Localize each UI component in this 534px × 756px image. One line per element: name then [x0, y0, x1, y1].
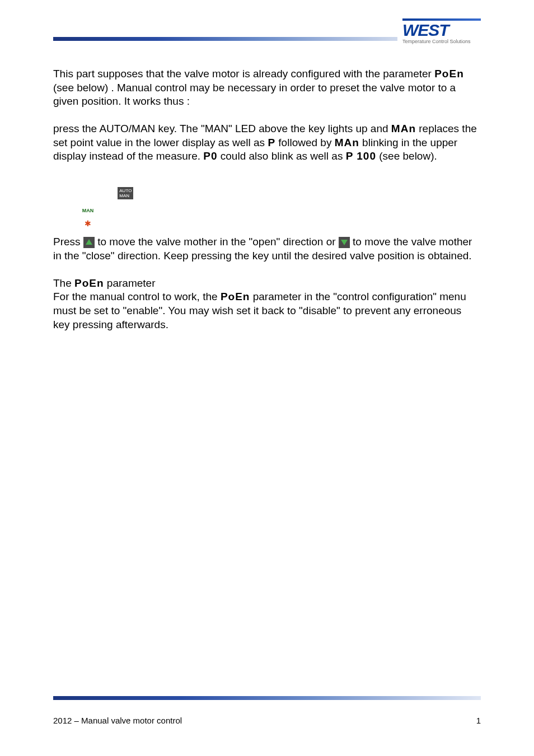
up-arrow-key-icon: [83, 237, 95, 248]
step-1: press the AUTO/MAN key. The "MAN" LED ab…: [53, 122, 481, 164]
auto-man-key-icon: AUTO MAN: [118, 187, 133, 199]
seg-man-1: MAn: [391, 123, 416, 134]
man-led-label: MAN: [82, 208, 94, 213]
step2-b: to move the valve mother in the "open" d…: [95, 236, 339, 248]
intro-paragraph: This part supposes that the valve motor …: [53, 67, 481, 109]
header-rule: [53, 37, 397, 41]
down-arrow-key-icon: [339, 237, 350, 248]
seg-p100: P 100: [346, 150, 376, 162]
seg-poen-1: PoEn: [434, 68, 464, 80]
poen-body: For the manual control to work, the PoEn…: [53, 290, 481, 332]
brand-name: WEST: [402, 22, 481, 39]
footer-left: 2012 – Manual valve motor control: [53, 716, 182, 725]
man-led-star-icon: ✱: [85, 219, 91, 228]
brand-logo: WEST Temperature Control Solutions: [402, 18, 481, 44]
seg-p: P: [268, 137, 275, 148]
seg-poen-2: PoEn: [74, 277, 104, 289]
man-label-inner: MAN: [119, 193, 129, 198]
intro-text-b: (see below) . Manual control may be nece…: [53, 82, 456, 108]
page-footer: 2012 – Manual valve motor control 1: [53, 716, 481, 725]
step1-a: press the AUTO/MAN key. The "MAN" LED ab…: [53, 123, 391, 134]
step1-e: could also blink as well as: [218, 150, 346, 162]
brand-tagline: Temperature Control Solutions: [402, 39, 481, 44]
footer-page-number: 1: [476, 716, 481, 725]
seg-man-2: MAn: [335, 137, 359, 148]
seg-p0: P0: [203, 150, 217, 162]
poen-title-a: The: [53, 277, 74, 289]
icon-row: AUTO MAN: [53, 186, 481, 200]
footer-rule: [53, 696, 481, 700]
auto-label: AUTO: [119, 188, 132, 193]
poen-title-b: parameter: [104, 277, 156, 289]
step1-c: followed by: [275, 137, 335, 148]
page-header: WEST Temperature Control Solutions: [53, 17, 481, 48]
body-content: This part supposes that the valve motor …: [53, 48, 481, 332]
man-led-icon: MAN ✱: [81, 202, 95, 230]
poen-body-a: For the manual control to work, the: [53, 291, 221, 302]
step-2: Press to move the valve mother in the "o…: [53, 235, 481, 263]
step1-f: (see below).: [376, 150, 437, 162]
step2-a: Press: [53, 236, 83, 248]
man-led-row: MAN ✱: [53, 202, 481, 230]
intro-text-a: This part supposes that the valve motor …: [53, 68, 434, 80]
seg-poen-3: PoEn: [221, 291, 250, 302]
poen-heading: The PoEn parameter: [53, 277, 481, 291]
